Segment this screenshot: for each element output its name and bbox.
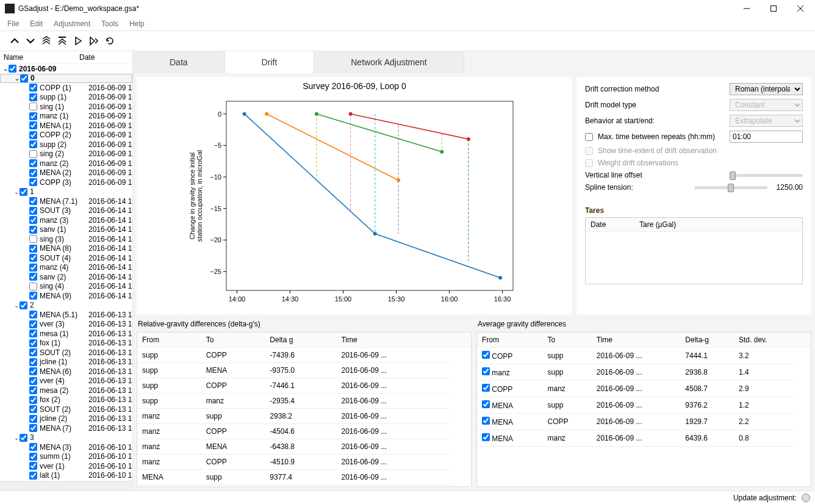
maxtime-input[interactable]: [730, 131, 803, 143]
tree-checkbox[interactable]: [29, 320, 37, 328]
row-checkbox[interactable]: [482, 400, 490, 408]
tree-item[interactable]: fox (1)2016-06-13 17:08: [0, 339, 132, 348]
tree-checkbox[interactable]: [29, 112, 37, 120]
tab-drift[interactable]: Drift: [225, 51, 315, 73]
table-row[interactable]: MENAsupp9377.42016-06-09 ...: [137, 470, 471, 485]
tree-checkbox[interactable]: [29, 396, 37, 404]
close-button[interactable]: [787, 0, 814, 17]
tree-checkbox[interactable]: [29, 283, 37, 290]
tree-checkbox[interactable]: [29, 329, 37, 337]
tree-checkbox[interactable]: [29, 273, 37, 281]
menu-adjustment[interactable]: Adjustment: [49, 18, 95, 29]
row-checkbox[interactable]: [482, 417, 490, 425]
tree-checkbox[interactable]: [20, 188, 27, 196]
tree-item[interactable]: MENA (1)2016-06-09 15:04: [0, 121, 132, 131]
menu-edit[interactable]: Edit: [25, 18, 48, 29]
table-row[interactable]: suppCOPP-7439.62016-06-09 ...: [137, 348, 471, 363]
tree-checkbox[interactable]: [20, 434, 27, 442]
tree-item[interactable]: manz (1)2016-06-09 14:45: [0, 112, 132, 121]
tree-checkbox[interactable]: [29, 453, 37, 461]
table-row[interactable]: COPPmanz2016-06-09 ...4508.72.9: [477, 381, 811, 397]
tree-item[interactable]: SOUT (3)2016-06-14 13:52: [0, 206, 132, 216]
col-header[interactable]: Time: [592, 333, 681, 348]
tree-checkbox[interactable]: [29, 367, 37, 375]
tree-checkbox[interactable]: [29, 197, 37, 205]
tree-checkbox[interactable]: [29, 358, 37, 366]
tree-item[interactable]: MENA (9)2016-06-14 16:10: [0, 291, 132, 301]
left-table[interactable]: FromToDelta gTimesuppCOPP-7439.62016-06-…: [137, 332, 472, 487]
tree-checkbox[interactable]: [29, 472, 37, 480]
tree-item[interactable]: MENA (6)2016-06-13 18:03: [0, 367, 132, 376]
tree-item[interactable]: MENA (5.1)2016-06-13 16:19: [0, 310, 132, 320]
tree-item[interactable]: vver (3)2016-06-13 16:36: [0, 320, 132, 329]
tree-item[interactable]: ⌄3: [0, 433, 132, 443]
tree-item[interactable]: vver (4)2016-06-13 18:21: [0, 376, 132, 386]
table-row[interactable]: manzsupp2016-06-09 ...2936.81.4: [477, 364, 811, 381]
tares-col-date[interactable]: Date: [586, 218, 634, 231]
tree-item[interactable]: sing (2)2016-06-09 15:44: [0, 149, 132, 159]
tree-item[interactable]: SOUT (4)2016-06-14 15:14: [0, 253, 132, 263]
table-row[interactable]: MENACOPP2016-06-09 ...1929.72.2: [477, 414, 811, 430]
tree-checkbox[interactable]: [29, 462, 37, 470]
col-header[interactable]: From: [477, 333, 543, 348]
table-row[interactable]: MENAmanz2016-06-09 ...6439.60.8: [477, 430, 811, 447]
tree-checkbox[interactable]: [29, 150, 37, 158]
tree-item[interactable]: manz (4)2016-06-14 15:31: [0, 263, 132, 273]
tree-checkbox[interactable]: [29, 178, 37, 186]
tree-checkbox[interactable]: [29, 377, 37, 385]
table-row[interactable]: suppCOPP-7446.12016-06-09 ...: [137, 378, 471, 394]
tree-checkbox[interactable]: [29, 245, 37, 253]
tree-item[interactable]: MENA (7.1)2016-06-14 13:27: [0, 196, 132, 206]
tree-item[interactable]: ⌄1: [0, 187, 132, 197]
tree-checkbox[interactable]: [29, 386, 37, 394]
tree-checkbox[interactable]: [29, 424, 37, 432]
tree-item[interactable]: ⌄2016-06-09: [0, 64, 132, 74]
table-row[interactable]: manzsupp2938.22016-06-09 ...: [137, 409, 471, 424]
row-checkbox[interactable]: [482, 433, 490, 441]
tree-col-date[interactable]: Date: [76, 51, 98, 63]
tree-item[interactable]: MENA (3)2016-06-10 13:18: [0, 442, 132, 452]
tares-col-tare[interactable]: Tare (µGal): [634, 218, 683, 231]
tree-item[interactable]: ⌄2: [0, 301, 132, 311]
tree-checkbox[interactable]: [29, 159, 37, 167]
tree-item[interactable]: sing (3)2016-06-14 14:37: [0, 234, 132, 244]
tree-checkbox[interactable]: [29, 415, 37, 423]
tree-item[interactable]: jcline (1)2016-06-13 17:42: [0, 358, 132, 367]
table-row[interactable]: MENAsupp2016-06-09 ...9376.21.2: [477, 397, 811, 414]
tree-item[interactable]: sing (1)2016-06-09 14:37: [0, 102, 132, 112]
tree-item[interactable]: SOUT (2)2016-06-13 19:00: [0, 405, 132, 414]
play-icon[interactable]: [71, 34, 85, 48]
right-table[interactable]: FromToTimeDelta-gStd. dev. COPPsupp2016-…: [476, 332, 811, 487]
tree-item[interactable]: mesa (1)2016-06-13 16:52: [0, 329, 132, 339]
tree-item[interactable]: MENA (8)2016-06-14 14:39: [0, 244, 132, 254]
tree-checkbox[interactable]: [20, 301, 27, 309]
tree-item[interactable]: ⌄0: [0, 74, 132, 84]
tree-checkbox[interactable]: [29, 264, 37, 272]
menu-tools[interactable]: Tools: [96, 18, 123, 29]
col-header[interactable]: Delta-g: [680, 333, 734, 348]
tree-item[interactable]: COPP (1)2016-06-09 14:04: [0, 83, 132, 93]
tree-item[interactable]: hoff (1)2016-06-10 14:24: [0, 480, 132, 481]
tab-data[interactable]: Data: [133, 51, 225, 73]
vlo-slider[interactable]: [730, 174, 803, 177]
table-row[interactable]: suppMENA-9375.02016-06-09 ...: [137, 363, 471, 378]
maximize-button[interactable]: [760, 0, 787, 17]
stack-icon[interactable]: [39, 34, 54, 48]
col-header[interactable]: Delta g: [265, 333, 336, 348]
method-select[interactable]: Roman (interpolate): [730, 83, 803, 95]
table-row[interactable]: manzCOPP-4504.62016-06-09 ...: [137, 424, 471, 439]
col-header[interactable]: To: [201, 333, 265, 348]
tree-item[interactable]: sanv (2)2016-06-14 15:45: [0, 272, 132, 282]
refresh-icon[interactable]: [102, 34, 117, 48]
table-row[interactable]: manzMENA-6438.82016-06-09 ...: [137, 439, 471, 455]
tree-checkbox[interactable]: [29, 131, 37, 139]
minimize-button[interactable]: [733, 0, 760, 17]
table-row[interactable]: manzCOPP-4510.92016-06-09 ...: [137, 455, 471, 470]
tree-item[interactable]: sing (4)2016-06-14 15:51: [0, 282, 132, 292]
row-checkbox[interactable]: [482, 384, 490, 392]
play-arrow-icon[interactable]: [87, 34, 101, 48]
tree-item[interactable]: COPP (2)2016-06-09 15:18: [0, 131, 132, 140]
maxtime-checkbox[interactable]: [585, 133, 593, 141]
col-header[interactable]: Time: [336, 333, 450, 348]
stacktop-icon[interactable]: [55, 34, 70, 48]
